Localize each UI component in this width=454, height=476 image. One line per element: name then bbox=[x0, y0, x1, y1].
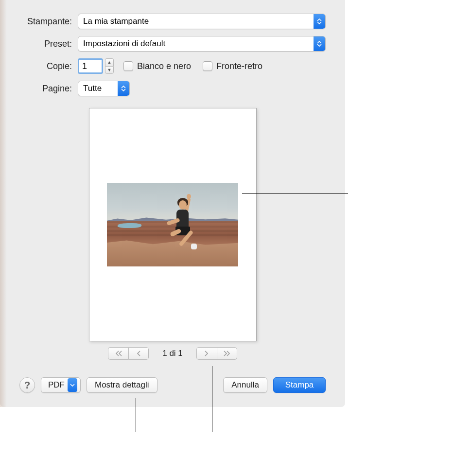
chevron-double-left-icon bbox=[115, 351, 122, 356]
preview-photo bbox=[107, 183, 238, 266]
bw-label: Bianco e nero bbox=[137, 61, 191, 71]
prev-page-button[interactable] bbox=[128, 347, 149, 360]
pages-label: Pagine: bbox=[19, 84, 78, 94]
printer-select[interactable]: La mia stampante bbox=[78, 14, 326, 29]
updown-icon bbox=[118, 81, 129, 96]
chevron-left-icon bbox=[136, 351, 141, 356]
preset-select[interactable]: Impostazioni di default bbox=[78, 36, 326, 52]
chevron-double-right-icon bbox=[224, 351, 230, 356]
cancel-button[interactable]: Annulla bbox=[223, 377, 267, 393]
preview-pager: 1 di 1 bbox=[19, 347, 326, 360]
dialog-button-bar: ? PDF Mostra dettagli Annulla Stampa bbox=[19, 377, 326, 393]
copies-row: Copie: ▲ ▼ Bianco e nero Fronte-retro bbox=[19, 58, 326, 74]
pdf-label: PDF bbox=[48, 380, 65, 390]
pdf-menu-button[interactable]: PDF bbox=[41, 377, 81, 393]
stepper-down-icon[interactable]: ▼ bbox=[105, 66, 114, 74]
printer-value: La mia stampante bbox=[83, 17, 149, 26]
duplex-label: Fronte-retro bbox=[216, 61, 262, 71]
callout-line-details bbox=[136, 398, 136, 432]
pager-back-group bbox=[108, 347, 149, 360]
preset-label: Preset: bbox=[19, 39, 78, 49]
chevron-down-icon bbox=[68, 378, 77, 392]
print-dialog: Stampante: La mia stampante Preset: Impo… bbox=[0, 0, 345, 407]
chevron-right-icon bbox=[204, 351, 209, 356]
print-preview bbox=[89, 108, 257, 341]
stepper-up-icon[interactable]: ▲ bbox=[105, 58, 114, 66]
pages-select[interactable]: Tutte bbox=[78, 81, 130, 96]
help-icon: ? bbox=[24, 380, 30, 391]
first-page-button[interactable] bbox=[108, 347, 128, 360]
print-label: Stampa bbox=[285, 380, 314, 390]
printer-label: Stampante: bbox=[19, 17, 78, 27]
show-details-button[interactable]: Mostra dettagli bbox=[87, 377, 157, 393]
pager-forward-group bbox=[196, 347, 237, 360]
page-indicator: 1 di 1 bbox=[162, 349, 183, 358]
preset-row: Preset: Impostazioni di default bbox=[19, 36, 326, 52]
preset-value: Impostazioni di default bbox=[83, 39, 165, 49]
help-button[interactable]: ? bbox=[19, 377, 35, 393]
pages-row: Pagine: Tutte bbox=[19, 81, 326, 96]
updown-icon bbox=[314, 14, 325, 29]
updown-icon bbox=[314, 36, 325, 51]
copies-input[interactable] bbox=[78, 58, 103, 74]
cancel-label: Annulla bbox=[231, 380, 259, 390]
callout-line-pager bbox=[212, 366, 212, 432]
pages-value: Tutte bbox=[83, 84, 102, 93]
show-details-label: Mostra dettagli bbox=[95, 380, 149, 390]
last-page-button[interactable] bbox=[217, 347, 237, 360]
callout-line-preview bbox=[242, 193, 348, 194]
printer-row: Stampante: La mia stampante bbox=[19, 14, 326, 29]
print-button[interactable]: Stampa bbox=[273, 377, 326, 393]
next-page-button[interactable] bbox=[196, 347, 217, 360]
bw-checkbox[interactable] bbox=[123, 61, 133, 71]
duplex-checkbox[interactable] bbox=[203, 61, 212, 71]
copies-stepper[interactable]: ▲ ▼ bbox=[105, 58, 114, 74]
copies-label: Copie: bbox=[19, 61, 78, 71]
window-edge-blur bbox=[0, 0, 7, 407]
